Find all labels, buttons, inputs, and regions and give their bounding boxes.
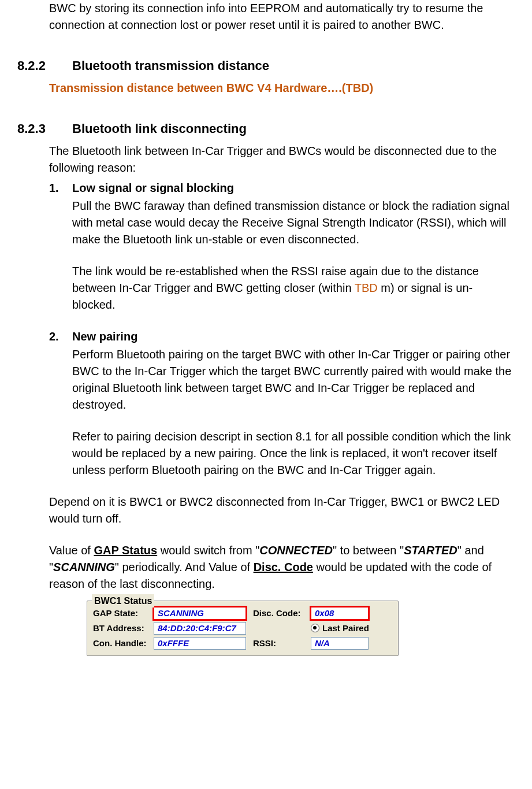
list-title: New pairing — [72, 330, 137, 343]
tbd-note: Transmission distance between BWC V4 Har… — [49, 80, 515, 97]
heading-8-2-3: 8.2.3Bluetooth link disconnecting — [17, 120, 515, 138]
started-term: STARTED — [404, 544, 457, 557]
last-paired-label: Last Paired — [322, 622, 369, 635]
list-number: 1. — [49, 180, 72, 197]
heading-number: 8.2.3 — [17, 120, 72, 138]
last-paired-radio[interactable] — [311, 624, 319, 632]
disc-code-term: Disc. Code — [254, 561, 313, 573]
gap-state-value: SCANNING — [154, 607, 246, 620]
bt-address-value: 84:DD:20:C4:F9:C7 — [154, 622, 246, 635]
bwc1-status-panel: BWC1 Status GAP State: SCANNING Disc. Co… — [87, 601, 399, 656]
heading-title: Bluetooth link disconnecting — [72, 121, 247, 136]
list-title: Low signal or signal blocking — [72, 181, 234, 194]
text-part: " to between " — [333, 544, 404, 557]
list-item-2: 2.New pairing — [49, 328, 515, 345]
lead-paragraph: The Bluetooth link between In-Car Trigge… — [49, 143, 515, 176]
status-row-bt: BT Address: 84:DD:20:C4:F9:C7 Last Paire… — [93, 622, 392, 635]
list-body-2b: Refer to pairing decision descript in se… — [72, 428, 515, 479]
gap-status-term: GAP Status — [94, 544, 157, 557]
text-part: " periodically. And Value of — [115, 561, 254, 573]
list-body-2a: Perform Bluetooth pairing on the target … — [72, 346, 515, 413]
text-part: Value of — [49, 544, 94, 557]
after-paragraph-1: Depend on it is BWC1 or BWC2 disconnecte… — [49, 494, 515, 527]
disc-code-label: Disc. Code: — [253, 607, 311, 620]
list-body-1b: The link would be re-established when th… — [72, 263, 515, 313]
status-fieldset: BWC1 Status GAP State: SCANNING Disc. Co… — [87, 601, 399, 656]
gap-state-label: GAP State: — [93, 607, 154, 620]
status-row-gap: GAP State: SCANNING Disc. Code: 0x08 — [93, 607, 392, 620]
status-legend: BWC1 Status — [92, 594, 154, 608]
rssi-value: N/A — [311, 637, 369, 650]
heading-8-2-2: 8.2.2Bluetooth transmission distance — [17, 57, 515, 75]
connected-term: CONNECTED — [259, 544, 333, 557]
list-item-1: 1.Low signal or signal blocking — [49, 180, 515, 197]
tbd-inline: TBD — [355, 281, 378, 294]
bt-address-label: BT Address: — [93, 622, 154, 635]
list-number: 2. — [49, 328, 72, 345]
status-row-con: Con. Handle: 0xFFFE RSSI: N/A — [93, 637, 392, 650]
scanning-term: SCANNING — [53, 561, 115, 573]
con-handle-label: Con. Handle: — [93, 637, 154, 650]
intro-tail-paragraph: BWC by storing its connection info into … — [49, 0, 515, 34]
rssi-label: RSSI: — [253, 637, 311, 650]
con-handle-value: 0xFFFE — [154, 637, 246, 650]
list-body-1a: Pull the BWC faraway than defined transm… — [72, 198, 515, 248]
heading-number: 8.2.2 — [17, 57, 72, 75]
text-part: would switch from " — [157, 544, 259, 557]
disc-code-value: 0x08 — [311, 607, 369, 620]
heading-title: Bluetooth transmission distance — [72, 58, 269, 73]
after-paragraph-2: Value of GAP Status would switch from "C… — [49, 542, 515, 592]
